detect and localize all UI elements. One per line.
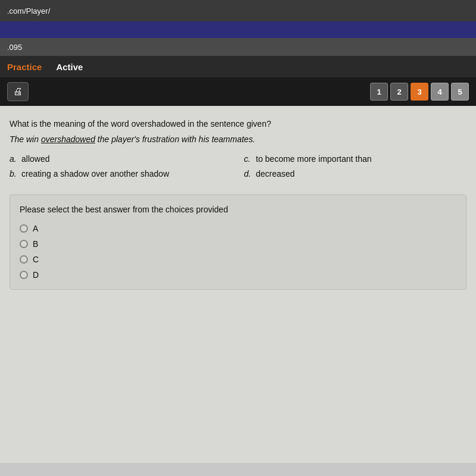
choice-a-letter: a.: [10, 153, 18, 165]
radio-label-c: C: [33, 255, 39, 264]
radio-label-b: B: [33, 239, 38, 249]
answer-prompt: Please select the best answer from the c…: [20, 205, 456, 214]
browser-url: .com/Player/: [7, 7, 50, 15]
score-bar: .095: [0, 38, 476, 56]
question-number-2[interactable]: 2: [390, 83, 408, 101]
radio-circle-d: [20, 271, 28, 279]
sentence-after: the player's frustration with his teamma…: [95, 134, 255, 144]
radio-option-c[interactable]: C: [20, 255, 456, 264]
radio-label-a: A: [33, 224, 38, 233]
choices-grid: a. allowed c. to become more important t…: [10, 153, 466, 180]
choice-d-text: decreased: [256, 168, 295, 180]
question-number-1[interactable]: 1: [370, 83, 388, 101]
choice-b: b. creating a shadow over another shadow: [10, 168, 232, 180]
choice-d-letter: d.: [244, 168, 252, 180]
question-numbers: 1 2 3 4 5: [370, 83, 469, 101]
radio-circle-a: [20, 224, 28, 233]
radio-option-b[interactable]: B: [20, 239, 456, 249]
accent-bar: [0, 21, 476, 38]
print-icon: 🖨: [13, 86, 23, 97]
question-text: What is the meaning of the word overshad…: [10, 118, 466, 130]
choice-a: a. allowed: [10, 153, 232, 165]
main-content: What is the meaning of the word overshad…: [0, 106, 476, 463]
active-label: Active: [56, 62, 83, 72]
print-button[interactable]: 🖨: [7, 82, 29, 101]
question-number-3[interactable]: 3: [411, 83, 428, 101]
choice-d: d. decreased: [244, 168, 466, 180]
choice-c-letter: c.: [244, 153, 252, 165]
toolbar-row: 🖨 1 2 3 4 5: [0, 77, 476, 106]
sentence-before: The win: [10, 134, 41, 144]
radio-option-d[interactable]: D: [20, 270, 456, 280]
choice-a-text: allowed: [21, 153, 49, 165]
radio-circle-c: [20, 255, 28, 264]
sentence-underlined: overshadowed: [41, 134, 95, 144]
choice-b-text: creating a shadow over another shadow: [21, 168, 169, 180]
radio-options: A B C D: [20, 224, 456, 280]
practice-label: Practice: [7, 62, 42, 72]
browser-bar: .com/Player/: [0, 0, 476, 21]
radio-label-d: D: [33, 270, 39, 280]
radio-option-a[interactable]: A: [20, 224, 456, 233]
radio-circle-b: [20, 240, 28, 248]
question-number-5[interactable]: 5: [451, 83, 469, 101]
question-number-4[interactable]: 4: [431, 83, 449, 101]
choice-b-letter: b.: [10, 168, 18, 180]
score-text: .095: [7, 43, 22, 52]
choice-c-text: to become more important than: [256, 153, 372, 165]
choice-c: c. to become more important than: [244, 153, 466, 165]
answer-section: Please select the best answer from the c…: [10, 195, 466, 290]
question-sentence: The win overshadowed the player's frustr…: [10, 133, 466, 146]
practice-bar: Practice Active: [0, 56, 476, 77]
